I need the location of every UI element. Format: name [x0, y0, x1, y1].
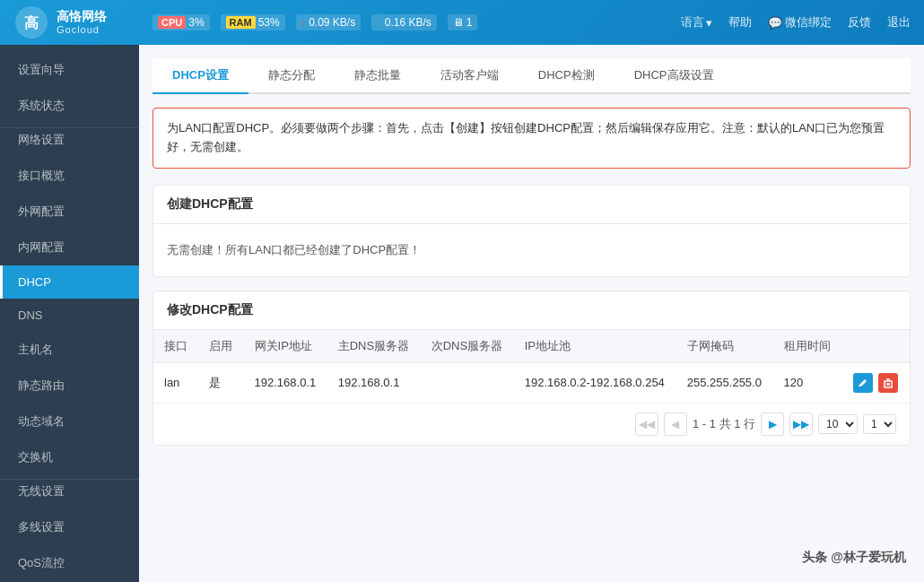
logo-en: Gocloud: [57, 24, 107, 36]
sidebar-item-hostname[interactable]: 主机名: [0, 332, 139, 368]
chevron-down-icon: ▾: [706, 16, 712, 30]
sidebar-item-switch[interactable]: 交换机: [0, 439, 139, 475]
create-section-title: 创建DHCP配置: [153, 186, 910, 224]
dhcp-table: 接口 启用 网关IP地址 主DNS服务器 次DNS服务器 IP地址池 子网掩码 …: [153, 330, 910, 403]
col-ip-pool: IP地址池: [514, 330, 676, 363]
modify-dhcp-section: 修改DHCP配置 接口 启用 网关IP地址 主DNS服务器 次DNS服务器 IP…: [153, 291, 911, 446]
tab-dhcp-advanced[interactable]: DHCP高级设置: [615, 58, 734, 94]
ram-stat: RAM 53%: [221, 14, 285, 30]
delete-button[interactable]: [878, 373, 898, 393]
download-stat: ↓ 0.16 KB/s: [371, 14, 437, 30]
tab-static-batch[interactable]: 静态批量: [335, 58, 421, 94]
upload-stat: ↑ 0.09 KB/s: [296, 14, 362, 30]
edit-icon: [858, 378, 868, 388]
content-area: DHCP设置 静态分配 静态批量 活动客户端 DHCP检测 DHCP高级设置 为…: [139, 45, 924, 582]
logo-text: 高恪网络 Gocloud: [57, 9, 107, 36]
tab-dhcp-detect[interactable]: DHCP检测: [519, 58, 615, 94]
table-row: lan 是 192.168.0.1 192.168.0.1 192.168.0.…: [153, 362, 910, 403]
first-page-button[interactable]: ◀◀: [635, 413, 658, 436]
svg-text:高: 高: [24, 14, 39, 30]
topbar-stats: CPU 3% RAM 53% ↑ 0.09 KB/s ↓ 0.16 KB/s 🖥…: [153, 14, 681, 30]
cell-ip-pool: 192.168.0.2-192.168.0.254: [514, 362, 676, 403]
pagination: ◀◀ ◀ 1 - 1 共 1 行 ▶ ▶▶ 10 20 50 1: [153, 403, 910, 445]
help-link[interactable]: 帮助: [728, 14, 752, 30]
cell-actions: [841, 362, 910, 403]
cell-secondary-dns: [421, 362, 514, 403]
ram-label: RAM: [226, 16, 256, 29]
logo-icon: 高: [13, 4, 49, 40]
col-primary-dns: 主DNS服务器: [327, 330, 421, 363]
sidebar-item-system-status[interactable]: 系统状态: [0, 88, 139, 124]
exit-link[interactable]: 退出: [887, 14, 911, 30]
logo-cn: 高恪网络: [57, 9, 107, 24]
sidebar-item-multiline-settings[interactable]: 多线设置: [0, 509, 139, 545]
notice-box: 为LAN口配置DHCP。必须要做两个步骤：首先，点击【创建】按钮创建DHCP配置…: [153, 108, 911, 169]
monitor-icon: 🖥: [453, 16, 464, 29]
lang-button[interactable]: 语言 ▾: [681, 14, 712, 30]
notice-text: 为LAN口配置DHCP。必须要做两个步骤：首先，点击【创建】按钮创建DHCP配置…: [167, 121, 885, 153]
sidebar-item-setup-wizard[interactable]: 设置向导: [0, 52, 139, 88]
sidebar-item-dns[interactable]: DNS: [0, 299, 139, 332]
cell-lease-time: 120: [773, 362, 841, 403]
col-enabled: 启用: [198, 330, 243, 363]
sidebar-item-dhcp[interactable]: DHCP: [0, 265, 139, 299]
page-size-select[interactable]: 10 20 50: [818, 414, 858, 434]
modify-section-title: 修改DHCP配置: [153, 291, 910, 330]
delete-icon: [883, 378, 893, 388]
topbar-nav: 语言 ▾ 帮助 💬 微信绑定 反馈 退出: [681, 14, 911, 30]
sidebar-item-network-settings[interactable]: 网络设置: [0, 127, 139, 158]
tab-bar: DHCP设置 静态分配 静态批量 活动客户端 DHCP检测 DHCP高级设置: [153, 58, 911, 94]
sidebar-item-interface-overview[interactable]: 接口概览: [0, 158, 139, 194]
main-layout: 设置向导 系统状态 网络设置 接口概览 外网配置 内网配置 DHCP DNS 主…: [0, 45, 924, 582]
upload-value: 0.09 KB/s: [309, 16, 355, 29]
create-section-body: 无需创建！所有LAN口都已经创建了DHCP配置！: [153, 224, 910, 276]
sidebar-item-dynamic-dns[interactable]: 动态域名: [0, 404, 139, 439]
feedback-link[interactable]: 反馈: [848, 14, 871, 30]
download-value: 0.16 KB/s: [385, 16, 431, 29]
cpu-value: 3%: [188, 16, 204, 29]
next-page-button[interactable]: ▶: [761, 413, 784, 436]
download-icon: ↓: [377, 17, 382, 28]
sidebar-item-wan-config[interactable]: 外网配置: [0, 194, 139, 230]
logo-area: 高 高恪网络 Gocloud: [13, 4, 153, 40]
col-lease-time: 租用时间: [773, 330, 841, 363]
sidebar: 设置向导 系统状态 网络设置 接口概览 外网配置 内网配置 DHCP DNS 主…: [0, 45, 139, 582]
no-data-text: 无需创建！所有LAN口都已经创建了DHCP配置！: [167, 238, 896, 263]
upload-icon: ↑: [301, 17, 307, 28]
page-number-select[interactable]: 1: [863, 414, 896, 434]
tab-static-distribution[interactable]: 静态分配: [248, 58, 335, 94]
cell-gateway-ip: 192.168.0.1: [244, 362, 327, 403]
device-value: 1: [466, 16, 473, 29]
sidebar-item-static-route[interactable]: 静态路由: [0, 368, 139, 404]
create-dhcp-section: 创建DHCP配置 无需创建！所有LAN口都已经创建了DHCP配置！: [153, 185, 911, 277]
sidebar-item-wireless-settings[interactable]: 无线设置: [0, 479, 139, 509]
tab-active-clients[interactable]: 活动客户端: [421, 58, 519, 94]
device-stat: 🖥 1: [448, 14, 478, 30]
col-subnet-mask: 子网掩码: [676, 330, 773, 363]
last-page-button[interactable]: ▶▶: [789, 413, 813, 436]
wechat-icon: 💬: [768, 16, 782, 30]
col-secondary-dns: 次DNS服务器: [421, 330, 514, 363]
tab-dhcp-settings[interactable]: DHCP设置: [153, 58, 248, 94]
sidebar-item-qos[interactable]: QoS流控: [0, 545, 139, 581]
ram-value: 53%: [258, 16, 280, 29]
cell-interface: lan: [153, 362, 198, 403]
cell-primary-dns: 192.168.0.1: [327, 362, 421, 403]
col-actions: [841, 330, 910, 363]
cpu-stat: CPU 3%: [153, 14, 210, 30]
cpu-label: CPU: [158, 16, 186, 29]
cell-enabled: 是: [198, 362, 243, 403]
wechat-button[interactable]: 💬 微信绑定: [768, 14, 832, 30]
pagination-info: 1 - 1 共 1 行: [693, 416, 755, 432]
sidebar-item-lan-config[interactable]: 内网配置: [0, 230, 139, 265]
topbar: 高 高恪网络 Gocloud CPU 3% RAM 53% ↑ 0.09 KB/…: [0, 0, 924, 45]
col-gateway-ip: 网关IP地址: [244, 330, 327, 363]
cell-subnet-mask: 255.255.255.0: [676, 362, 773, 403]
prev-page-button[interactable]: ◀: [664, 413, 687, 436]
col-interface: 接口: [153, 330, 198, 363]
edit-button[interactable]: [853, 373, 873, 393]
table-header-row: 接口 启用 网关IP地址 主DNS服务器 次DNS服务器 IP地址池 子网掩码 …: [153, 330, 910, 363]
